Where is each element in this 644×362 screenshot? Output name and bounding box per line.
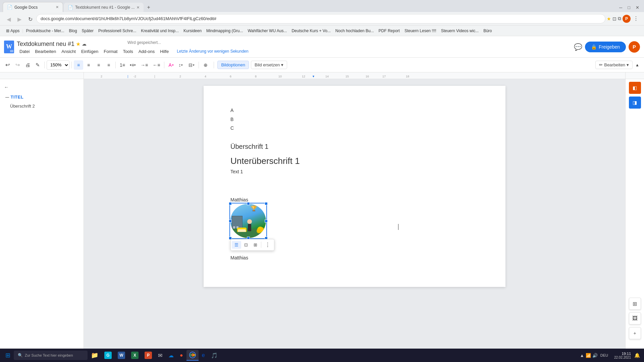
menu-ansicht[interactable]: Ansicht	[59, 48, 78, 55]
taskbar-file-explorer[interactable]: 📁	[88, 350, 101, 361]
user-avatar[interactable]: P	[629, 41, 640, 53]
taskbar-clock[interactable]: 19:11 22.02.2021	[613, 352, 632, 359]
align-center-button[interactable]: ≡	[84, 60, 93, 70]
taskbar-powerpoint[interactable]: P	[142, 350, 155, 361]
image-container[interactable]: 🏆 ☰	[230, 204, 266, 238]
undo-button[interactable]: ↩	[3, 60, 12, 70]
image-layout-wrap-button[interactable]: ⊡	[241, 241, 251, 249]
print-button[interactable]: 🖨	[23, 60, 32, 70]
zoom-selector[interactable]: 150%	[47, 60, 69, 70]
active-tab[interactable]: 📄 Google Docs ✕	[3, 2, 63, 12]
replace-image-button[interactable]: Bild ersetzen ▾	[251, 61, 287, 69]
address-bar[interactable]: docs.google.com/document/d/1hUH8k6h7Lb8y…	[36, 14, 605, 23]
bookmark-item-13[interactable]: Steuern Videos wic...	[439, 28, 481, 34]
menu-hilfe[interactable]: Hilfe	[157, 48, 171, 55]
image-more-button[interactable]: ⋮	[262, 240, 273, 249]
image-layout-break-button[interactable]: ⊞	[251, 241, 260, 249]
minimize-button[interactable]: ─	[617, 4, 624, 11]
bookmark-item-11[interactable]: PDF Report	[377, 28, 402, 34]
tab2-close[interactable]: ✕	[137, 5, 140, 10]
cloud-button[interactable]: ☁	[82, 41, 87, 47]
tab1-close[interactable]: ✕	[56, 5, 59, 9]
bookmark-item-5[interactable]: Kreativität und Insp...	[139, 28, 181, 34]
columns-button[interactable]: ⊟ ▾	[186, 60, 197, 70]
sidebar-h2-item[interactable]: Überschrift 2	[0, 102, 84, 111]
bookmark-item-4[interactable]: Professionell Schre...	[96, 28, 138, 34]
doc-image[interactable]: 🏆	[230, 204, 266, 238]
handle-mr[interactable]	[265, 220, 268, 223]
comments-button[interactable]: 💬	[574, 43, 582, 51]
language-indicator[interactable]: DEU	[599, 353, 609, 357]
taskbar-word[interactable]: W	[115, 350, 128, 361]
menu-dots-btn[interactable]: ⋮	[632, 15, 640, 22]
taskbar-excel[interactable]: X	[128, 350, 141, 361]
bookmark-apps[interactable]: ⊞ Apps	[4, 28, 21, 34]
more-options-button[interactable]: ⊕	[201, 60, 210, 70]
right-panel-orange-btn[interactable]: ◧	[629, 82, 641, 94]
highlight-button[interactable]: A ▾	[166, 60, 176, 70]
bookmark-item-3[interactable]: Später	[80, 28, 96, 34]
bookmark-item-1[interactable]: Produktsuche - Mer...	[24, 28, 66, 34]
taskbar-circle[interactable]: ●	[177, 350, 186, 361]
edit-mode-button[interactable]: ✏ Bearbeiten ▾	[595, 61, 633, 69]
taskbar-spotify[interactable]: 🎵	[208, 350, 220, 361]
star-button[interactable]: ★	[76, 41, 80, 47]
taskbar-search[interactable]: 🔍 Zur Suche Text hier eingeben	[14, 351, 88, 360]
bookmark-item-12[interactable]: Steuern Lesen !!!!	[402, 28, 438, 34]
image-layout-inline-button[interactable]: ☰	[232, 241, 241, 249]
taskbar-cloud[interactable]: ☁	[166, 350, 176, 361]
start-button[interactable]: ⊞	[3, 350, 13, 360]
bookmark-item-2[interactable]: Blog	[67, 28, 79, 34]
new-tab-button[interactable]: +	[144, 3, 153, 12]
paint-format-button[interactable]: ✎	[33, 60, 42, 70]
back-button[interactable]: ◀	[4, 14, 13, 23]
sidebar-back-button[interactable]: ←	[0, 82, 84, 93]
handle-ml[interactable]	[229, 220, 232, 223]
menu-addons[interactable]: Add-ons	[136, 48, 157, 55]
align-left-button[interactable]: ≡	[74, 60, 83, 70]
notification-btn[interactable]: 🔔	[633, 353, 641, 358]
indent-more-button[interactable]: →≡	[139, 60, 150, 70]
handle-tc[interactable]	[247, 202, 250, 205]
extensions-btn[interactable]: ⧉	[618, 16, 621, 21]
tray-icon-1[interactable]: ▲	[580, 353, 584, 358]
bookmark-item-9[interactable]: Deutsche Kurs + Vo...	[289, 28, 332, 34]
handle-tl[interactable]	[229, 202, 232, 205]
menu-bearbeiten[interactable]: Bearbeiten	[32, 48, 59, 55]
collapse-toolbar-button[interactable]: ▲	[633, 61, 641, 69]
bookmark-btn[interactable]: ★	[607, 16, 611, 21]
fab-add-table[interactable]: ⊞	[629, 298, 641, 310]
forward-button[interactable]: ▶	[15, 14, 24, 23]
taskbar-mail[interactable]: ✉	[155, 350, 165, 361]
image-options-button[interactable]: Bildoptionen	[217, 61, 249, 69]
tray-sound-icon[interactable]: 🔊	[592, 353, 598, 358]
reload-button[interactable]: ↻	[25, 14, 35, 23]
menu-datei[interactable]: Datei	[17, 48, 32, 55]
bookmark-item-14[interactable]: Büro	[481, 28, 494, 34]
maximize-button[interactable]: □	[626, 4, 632, 11]
share-button[interactable]: 🔒 Freigeben	[585, 42, 626, 52]
menu-tools[interactable]: Tools	[120, 48, 136, 55]
line-spacing-button[interactable]: ↕ ▾	[176, 60, 186, 70]
fab-expand[interactable]: +	[629, 327, 641, 339]
tray-network-icon[interactable]: 📶	[586, 353, 591, 358]
right-panel-blue-btn[interactable]: ◨	[629, 97, 641, 109]
menu-format[interactable]: Format	[101, 48, 120, 55]
taskbar-chrome[interactable]	[186, 350, 199, 361]
taskbar-edge[interactable]: e	[199, 350, 208, 361]
fab-add-image[interactable]: 🖼	[629, 312, 641, 324]
numbering-button[interactable]: 1≡	[118, 60, 127, 70]
handle-tr[interactable]	[265, 202, 268, 205]
profile-avatar-nav[interactable]: P	[623, 15, 631, 23]
redo-button[interactable]: ↪	[13, 60, 22, 70]
bookmark-item-6[interactable]: Kursideen	[181, 28, 204, 34]
close-button[interactable]: ✕	[634, 4, 641, 11]
bookmark-item-10[interactable]: Noch hochladen Bu...	[333, 28, 376, 34]
align-justify-button[interactable]: ≡	[104, 60, 113, 70]
taskbar-app-blue[interactable]: G	[102, 350, 114, 361]
inactive-tab[interactable]: 📄 Textdokument neu #1 - Google ... ✕	[64, 3, 144, 12]
bookmark-item-7[interactable]: Mindmapping (Gru...	[204, 28, 245, 34]
cast-btn[interactable]: ⊡	[612, 16, 616, 21]
bullets-button[interactable]: •≡ ▾	[128, 60, 138, 70]
menu-einfuegen[interactable]: Einfügen	[78, 48, 101, 55]
